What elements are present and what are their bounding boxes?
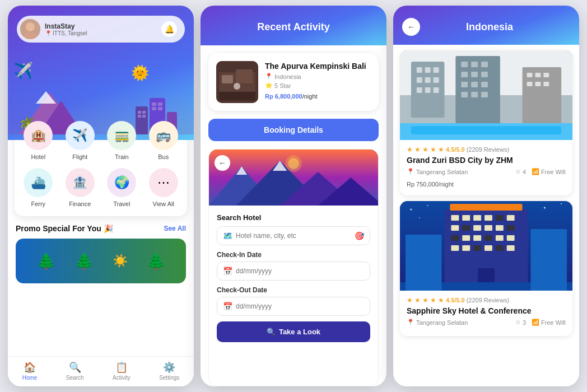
bus-icon: 🚌 <box>149 121 178 150</box>
star1: ★ <box>407 296 413 304</box>
activity-title: Recent Activity <box>257 21 329 32</box>
nav-activity[interactable]: 📋 Activity <box>113 361 131 381</box>
checkin-label: Check-In Date <box>217 251 370 259</box>
svg-rect-77 <box>496 245 504 251</box>
svg-rect-74 <box>462 245 470 251</box>
promo-card[interactable]: 🌲 🌲 ☀️ 🌲 <box>16 239 186 283</box>
flight-icon: ✈️ <box>66 121 95 150</box>
category-train[interactable]: 🚃 Train <box>105 121 139 160</box>
category-finance[interactable]: 🏦 Finance <box>63 168 97 207</box>
hotel-listing: ★ ★ ★ ★ ★ 4.5/5.0 (2209 Reviews) Grand Z… <box>393 45 579 386</box>
finance-icon: 🏦 <box>66 168 95 197</box>
svg-rect-69 <box>473 235 481 241</box>
star1: ★ <box>407 146 413 153</box>
hotel-card-2-image <box>400 201 572 291</box>
settings-nav-icon: ⚙️ <box>163 361 175 374</box>
svg-rect-5 <box>222 75 233 83</box>
search-circle-icon: 🔍 <box>267 328 276 336</box>
wifi-icon: 📶 <box>532 168 539 175</box>
location-pin-icon: 📍 <box>45 30 52 36</box>
nav-home[interactable]: 🏠 Home <box>22 361 38 381</box>
search-hotel-title: Search Hotel <box>217 213 370 222</box>
hotel-card-2[interactable]: ★ ★ ★ ★ ★ 4.5/5.0 (2209 Reviews) Sapphir… <box>400 201 572 336</box>
category-finance-label: Finance <box>69 200 91 207</box>
svg-rect-44 <box>411 126 561 134</box>
promo-card-content: 🌲 🌲 ☀️ 🌲 <box>16 239 186 283</box>
activity-header: Recent Activity <box>201 6 386 45</box>
svg-point-86 <box>561 203 562 204</box>
nav-search[interactable]: 🔍 Search <box>66 361 84 381</box>
guest-icon: ☆ <box>515 168 521 175</box>
hotel-card-1-body: ★ ★ ★ ★ ★ 4.5/5.0 (2209 Reviews) Grand Z… <box>400 140 572 195</box>
svg-point-1 <box>26 22 35 31</box>
location-pin-icon: 📍 <box>407 168 414 175</box>
see-all-link[interactable]: See All <box>164 225 186 232</box>
hotel-search-input[interactable] <box>236 232 351 240</box>
svg-rect-58 <box>484 215 492 221</box>
hotel-1-reviews: (2209 Reviews) <box>467 146 509 153</box>
category-bus[interactable]: 🚌 Bus <box>147 121 181 160</box>
category-hotel[interactable]: 🏨 Hotel <box>21 121 55 160</box>
hotel-card-1[interactable]: ★ ★ ★ ★ ★ 4.5/5.0 (2209 Reviews) Grand Z… <box>400 50 572 195</box>
hotel-2-amenities: ☆ 3 📶 Free Wifi <box>515 319 566 326</box>
nav-settings[interactable]: ⚙️ Settings <box>159 361 179 381</box>
checkin-input[interactable] <box>236 267 364 275</box>
category-travel-label: Travel <box>113 200 130 207</box>
svg-rect-65 <box>496 225 504 231</box>
hotel-1-wifi: 📶 Free Wifi <box>532 168 566 175</box>
indonesia-back-button[interactable]: ← <box>402 18 420 36</box>
hotel-2-guests: ☆ 3 <box>515 319 526 326</box>
svg-rect-54 <box>450 204 522 211</box>
svg-rect-25 <box>425 77 431 83</box>
category-bus-label: Bus <box>158 153 169 160</box>
svg-rect-78 <box>507 245 515 251</box>
activity-nav-icon: 📋 <box>115 361 128 374</box>
search-back-button[interactable]: ← <box>215 155 230 171</box>
star3: ★ <box>422 146 428 153</box>
star4: ★ <box>430 146 436 153</box>
svg-rect-62 <box>462 225 470 231</box>
checkout-input[interactable] <box>236 302 364 310</box>
category-flight-label: Flight <box>72 153 87 160</box>
take-look-button[interactable]: 🔍 Take a Look <box>217 321 370 342</box>
category-ferry[interactable]: ⛴️ Ferry <box>21 168 55 207</box>
bottom-navigation: 🏠 Home 🔍 Search 📋 Activity ⚙️ Settings <box>8 356 194 386</box>
svg-point-8 <box>234 83 240 90</box>
nav-home-label: Home <box>22 375 38 381</box>
notification-bell-icon[interactable]: 🔔 <box>161 21 177 37</box>
svg-rect-50 <box>535 82 541 86</box>
svg-point-83 <box>410 209 412 211</box>
category-viewall[interactable]: ⋯ View All <box>147 168 181 207</box>
hotel-name: The Apurva Kempinski Bali <box>265 61 371 71</box>
hotel-1-name: Grand Zuri BSD City by ZHM <box>407 156 566 165</box>
category-ferry-label: Ferry <box>31 200 45 207</box>
category-travel[interactable]: 🌍 Travel <box>105 168 139 207</box>
profile-bar[interactable]: InstaStay 📍 ITTS, Tangsel 🔔 <box>17 16 185 43</box>
hotel-2-rating: 4.5/5.0 <box>446 297 465 304</box>
svg-rect-33 <box>481 62 488 67</box>
ferry-icon: ⛴️ <box>24 168 53 197</box>
home-nav-icon: 🏠 <box>24 361 36 374</box>
booking-details-button[interactable]: Booking Details <box>208 119 379 141</box>
viewall-icon: ⋯ <box>149 168 178 197</box>
checkin-input-row[interactable]: 📅 <box>217 262 370 281</box>
star5-half: ★ <box>438 296 444 304</box>
svg-rect-38 <box>471 82 478 87</box>
svg-rect-61 <box>451 225 459 231</box>
checkout-input-row[interactable]: 📅 <box>217 297 370 316</box>
svg-rect-32 <box>471 62 478 67</box>
category-viewall-label: View All <box>153 200 174 207</box>
building1 <box>136 106 148 134</box>
svg-rect-82 <box>530 229 567 291</box>
svg-rect-68 <box>462 235 470 241</box>
category-flight[interactable]: ✈️ Flight <box>63 121 97 160</box>
avatar <box>20 19 40 39</box>
promo-header: Promo Special For You 🎉 See All <box>16 224 186 233</box>
hotel-search-input-row[interactable]: 🗺️ 🎯 <box>217 226 370 245</box>
star5-half: ★ <box>438 146 444 153</box>
hotel-location: 📍 Indonesia <box>265 73 371 80</box>
hotel-2-name: Sapphire Sky Hotel & Conference <box>407 306 566 315</box>
profile-text: InstaStay 📍 ITTS, Tangsel <box>45 22 87 36</box>
hotel-1-location: 📍 Tangerang Selatan <box>407 168 468 175</box>
location-target-icon: 🎯 <box>355 231 364 240</box>
